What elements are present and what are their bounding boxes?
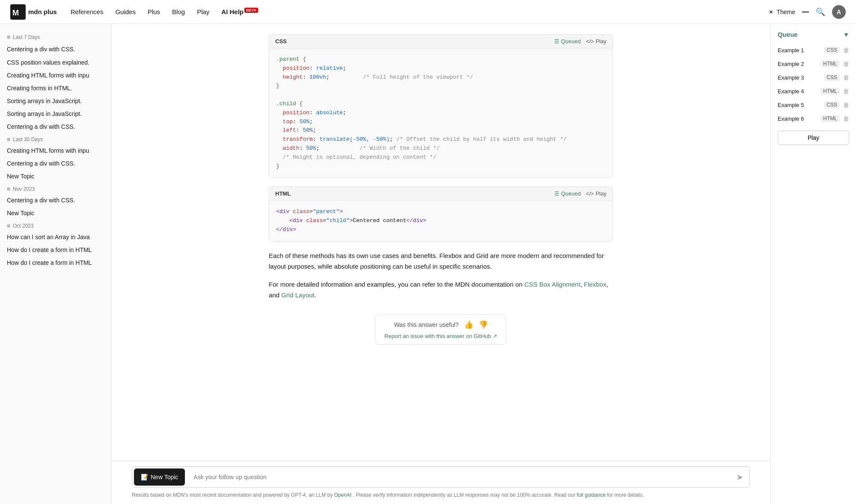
prose-paragraph-2: For more detailed information and exampl… bbox=[269, 279, 613, 301]
play-icon: </> bbox=[586, 38, 594, 44]
bottom-area: 📝 New Topic ➤ Results based on MDN's mos… bbox=[111, 461, 770, 504]
queue-play-button[interactable]: Play bbox=[778, 130, 849, 145]
queue-delete-3[interactable]: 🗑 bbox=[843, 74, 849, 81]
logo-text: mdn plus bbox=[28, 8, 57, 15]
thumbs-up-button[interactable]: 👍 bbox=[464, 320, 473, 329]
nav-blog[interactable]: Blog bbox=[172, 8, 185, 15]
code-actions-html: ☰ Queued </> Play bbox=[554, 190, 606, 197]
lang-label-html: HTML bbox=[275, 190, 291, 197]
play-icon-html: </> bbox=[586, 190, 594, 197]
header-right: ☀ Theme 🔍 A bbox=[768, 5, 846, 19]
input-row: 📝 New Topic ➤ bbox=[132, 466, 750, 488]
logo[interactable]: M mdn plus bbox=[10, 4, 57, 20]
queue-delete-5[interactable]: 🗑 bbox=[843, 101, 849, 108]
compose-icon: 📝 bbox=[141, 474, 148, 480]
disclaimer-text: Results based on MDN's most recent docum… bbox=[132, 491, 750, 499]
search-button[interactable]: 🔍 bbox=[816, 7, 825, 17]
code-block-css: CSS ☰ Queued </> Play .parent { position… bbox=[269, 34, 613, 178]
queue-delete-2[interactable]: 🗑 bbox=[843, 60, 849, 67]
code-block-header-html: HTML ☰ Queued </> Play bbox=[269, 187, 612, 201]
thumbs-down-button[interactable]: 👎 bbox=[479, 320, 488, 329]
sidebar: Last 7 Days Centering a div with CSS.⋯ C… bbox=[0, 24, 111, 504]
queued-badge-html: ☰ Queued bbox=[554, 190, 581, 197]
queue-chevron-icon[interactable]: ▼ bbox=[843, 31, 849, 38]
queue-item-1: Example 1 CSS 🗑 bbox=[771, 43, 856, 57]
openai-link[interactable]: OpenAI bbox=[334, 492, 352, 498]
link-css-box-alignment[interactable]: CSS Box Alignment bbox=[524, 281, 580, 288]
queue-header: Queue ▼ bbox=[771, 29, 856, 43]
queue-icon-html: ☰ bbox=[554, 190, 559, 197]
sidebar-item[interactable]: New Topic bbox=[0, 207, 111, 219]
header: M mdn plus References Guides Plus Blog P… bbox=[0, 0, 856, 24]
svg-text:M: M bbox=[12, 9, 19, 17]
sidebar-item[interactable]: Creating HTML forms with inpu bbox=[0, 69, 111, 82]
sidebar-item[interactable]: Centering a div with CSS. bbox=[0, 194, 111, 207]
queue-delete-6[interactable]: 🗑 bbox=[843, 115, 849, 122]
queue-item-2: Example 2 HTML 🗑 bbox=[771, 57, 856, 71]
sidebar-item[interactable]: Sorting arrays in JavaScript. bbox=[0, 95, 111, 107]
content-area: CSS ☰ Queued </> Play .parent { position… bbox=[111, 24, 770, 504]
sidebar-item[interactable]: Creating forms in HTML. bbox=[0, 82, 111, 95]
new-topic-label: New Topic bbox=[151, 474, 178, 480]
queue-item-4: Example 4 HTML 🗑 bbox=[771, 84, 856, 98]
lang-label-css: CSS bbox=[275, 38, 287, 44]
queue-delete-4[interactable]: 🗑 bbox=[843, 88, 849, 95]
send-button[interactable]: ➤ bbox=[730, 468, 749, 486]
report-link[interactable]: Report an issue with this answer on GitH… bbox=[384, 333, 497, 339]
link-flexbox[interactable]: Flexbox bbox=[584, 281, 606, 288]
queue-delete-1[interactable]: 🗑 bbox=[843, 47, 849, 53]
guidance-link[interactable]: full guidance bbox=[577, 492, 606, 498]
chat-content: CSS ☰ Queued </> Play .parent { position… bbox=[248, 24, 633, 461]
feedback-wrapper: Was this answer useful? 👍 👎 Report an is… bbox=[269, 308, 613, 352]
code-block-header-css: CSS ☰ Queued </> Play bbox=[269, 35, 612, 48]
sidebar-section-last30days: Last 30 Days bbox=[0, 133, 111, 144]
nav-references[interactable]: References bbox=[71, 8, 104, 15]
queue-icon: ☰ bbox=[554, 38, 559, 44]
play-button-css[interactable]: </> Play bbox=[586, 38, 606, 44]
sidebar-item[interactable]: Centering a div with CSS. bbox=[0, 120, 111, 133]
main-nav: References Guides Plus Blog Play AI Help… bbox=[71, 8, 258, 15]
sidebar-item[interactable]: Sorting arrays in JavaScript. bbox=[0, 107, 111, 120]
avatar[interactable]: A bbox=[832, 5, 846, 19]
link-grid-layout[interactable]: Grid Layout bbox=[281, 291, 315, 299]
code-actions-css: ☰ Queued </> Play bbox=[554, 38, 606, 44]
mdn-logo-icon: M bbox=[10, 4, 26, 20]
theme-button[interactable]: ☀ Theme bbox=[768, 9, 795, 15]
code-block-html: HTML ☰ Queued </> Play <div class="paren… bbox=[269, 187, 613, 241]
theme-label: Theme bbox=[776, 9, 795, 15]
feedback-bar: Was this answer useful? 👍 👎 Report an is… bbox=[375, 314, 506, 345]
new-topic-button[interactable]: 📝 New Topic bbox=[134, 468, 185, 486]
nav-play[interactable]: Play bbox=[197, 8, 209, 15]
nav-plus[interactable]: Plus bbox=[148, 8, 160, 15]
nav-guides[interactable]: Guides bbox=[115, 8, 136, 15]
sidebar-item[interactable]: Centering a div with CSS. bbox=[0, 157, 111, 170]
feedback-row: Was this answer useful? 👍 👎 bbox=[394, 320, 487, 329]
queued-badge-css: ☰ Queued bbox=[554, 38, 581, 44]
nav-aihelp[interactable]: AI HelpBETA bbox=[221, 8, 258, 15]
queue-title: Queue bbox=[778, 31, 798, 38]
sidebar-item[interactable]: New Topic bbox=[0, 170, 111, 183]
prose-paragraph-1: Each of these methods has its own use ca… bbox=[269, 250, 613, 272]
code-content-html: <div class="parent"> <div class="child">… bbox=[269, 201, 612, 241]
sidebar-item[interactable]: How do I create a form in HTML bbox=[0, 256, 111, 269]
queue-item-3: Example 3 CSS 🗑 bbox=[771, 71, 856, 84]
sidebar-item[interactable]: Creating HTML forms with inpu bbox=[0, 144, 111, 157]
follow-up-input[interactable] bbox=[187, 468, 730, 486]
queue-item-5: Example 5 CSS 🗑 bbox=[771, 98, 856, 112]
feedback-question: Was this answer useful? bbox=[394, 321, 458, 328]
sidebar-section-last7days: Last 7 Days bbox=[0, 31, 111, 42]
play-button-html[interactable]: </> Play bbox=[586, 190, 606, 197]
beta-badge: BETA bbox=[244, 8, 258, 13]
queue-item-6: Example 6 HTML 🗑 bbox=[771, 112, 856, 125]
sun-icon: ☀ bbox=[768, 9, 774, 15]
sidebar-item[interactable]: Centering a div with CSS.⋯ bbox=[0, 42, 111, 56]
sidebar-item[interactable]: How can I sort an Array in Java bbox=[0, 231, 111, 243]
sidebar-item[interactable]: CSS position values explained. bbox=[0, 56, 111, 69]
sidebar-item[interactable]: How do I create a form in HTML bbox=[0, 243, 111, 256]
sidebar-section-nov2023: Nov 2023 bbox=[0, 183, 111, 194]
sidebar-section-oct2023: Oct 2023 bbox=[0, 219, 111, 231]
main-layout: Last 7 Days Centering a div with CSS.⋯ C… bbox=[0, 24, 856, 504]
queue-panel: Queue ▼ Example 1 CSS 🗑 Example 2 HTML 🗑… bbox=[770, 24, 856, 504]
minimize-icon[interactable] bbox=[802, 12, 809, 12]
code-content-css: .parent { position: relative; height: 10… bbox=[269, 48, 612, 178]
